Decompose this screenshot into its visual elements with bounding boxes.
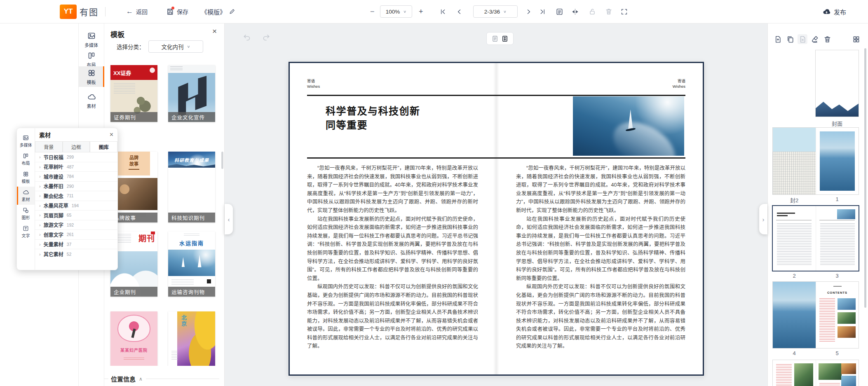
chevron-right-icon: › [39,154,41,159]
template-name-bar: 证券期刊 [110,112,157,122]
asset-category-row[interactable]: ›其它素材52 [35,249,117,259]
page-thumb-4[interactable] [773,282,816,348]
qr-code [206,278,212,284]
position-info-section[interactable]: 位置信息 ∧ [104,366,224,386]
page-thumb-1[interactable] [816,128,859,194]
rail-item-templates[interactable]: 模板 [79,66,104,87]
template-card-shipping-guide[interactable]: 水运指南 运输咨询刊物 [168,232,215,297]
toolbar-divider [105,7,106,16]
trash-page-button[interactable] [822,34,832,44]
asset-category-row[interactable]: ›城市建设784 [35,172,117,182]
collapse-left-panel-handle[interactable]: ‹ [225,204,233,234]
spread-view-button[interactable] [501,35,509,42]
asset-category-row[interactable]: ›水墨怀旧290 [35,182,117,192]
assets-panel-content: 素材 × 背景 边框 图库 ›节日祝福299 ›花草树叶487 ›城市建设784… [35,128,117,270]
page-thumb-7[interactable] [816,360,859,386]
header-rule [307,95,685,96]
category-select[interactable]: 文化内刊∨ [148,40,203,53]
canvas-area[interactable]: 寄语 Wishes 寄语 Wishes 科学普及与科技创新 同等重要 “忽如一夜… [225,23,767,386]
template-name-bar: 企业文化宣传 [168,112,215,122]
delete-page-button[interactable] [798,34,807,44]
collapse-right-panel-handle[interactable]: › [759,204,767,234]
next-page-button[interactable] [525,0,532,23]
redo-button[interactable] [262,33,271,42]
page-thumb-3[interactable] [816,206,859,271]
save-button[interactable]: 保存 [166,0,188,23]
rail-item-shapes[interactable]: 图形 [17,205,35,223]
asset-category-row[interactable]: ›创意文字261 [35,230,117,240]
clear-page-button[interactable] [810,34,820,44]
rail-item-text[interactable]: 文字 [17,223,35,241]
template-card-corporate-culture[interactable]: 企业文化宣传 [168,65,215,122]
asset-category-row[interactable]: ›水墨风花草194 [35,201,117,211]
single-page-view-button[interactable] [491,35,499,42]
tab-border[interactable]: 边框 [63,141,90,152]
divider [146,379,219,379]
asset-category-row[interactable]: ›花草树叶487 [35,162,117,172]
sailboat-photo[interactable] [573,96,684,156]
close-icon[interactable]: × [212,27,217,36]
chevron-right-icon: › [39,252,41,257]
zoom-in-button[interactable]: + [419,0,423,23]
zoom-level-select[interactable]: 100%∨ [380,5,412,18]
ornate-medallion [118,316,150,341]
page-thumb-spread-2-3-selected[interactable] [773,206,859,271]
tab-gallery[interactable]: 图库 [90,141,117,152]
prev-page-button[interactable] [456,0,463,23]
edit-pencil-icon[interactable] [229,8,235,15]
page-thumb-2[interactable] [773,206,816,271]
asset-category-row[interactable]: ›聚会纪念711 [35,191,117,201]
zoom-out-button[interactable]: − [370,0,375,23]
page-header-left[interactable]: 寄语 Wishes [307,78,320,89]
template-card-science-journal[interactable]: 科研教育与成果 HIGHLIGHT 科技知识期刊 [168,152,215,222]
template-panel: 模板 × 选择分类： 文化内刊∨ XX证券 证券期刊 企业文化宣传 品牌 故事 [104,23,225,386]
asset-category-row[interactable]: ›页眉页脚65 [35,211,117,220]
document-title[interactable]: 《模版》 [201,0,235,23]
back-button[interactable]: ← 返回 [126,0,148,23]
grid-view-button[interactable] [851,34,861,44]
duplicate-page-button[interactable] [785,34,795,44]
first-page-button[interactable] [439,0,446,23]
lock-button[interactable] [589,0,596,23]
page-thumb-spread-partial[interactable] [773,360,859,386]
thumb-label-row: 23 [773,273,859,279]
app-logo[interactable]: YT 有图 [60,0,99,23]
page-thumb-5[interactable]: CONTENTS [816,282,859,348]
page-fold [493,63,499,374]
delete-button[interactable] [605,0,612,23]
mirror-flip-button[interactable] [571,0,579,23]
pages-scrollbar[interactable] [864,48,866,308]
close-icon[interactable]: × [110,131,113,138]
rail-item-assets[interactable]: 素材 [79,90,104,112]
panel-scrollbar[interactable] [221,152,223,169]
rail-item-assets[interactable]: 素材 [17,187,35,205]
page-settings-button[interactable] [556,0,563,23]
sail-shape [197,255,202,267]
article-title[interactable]: 科学普及与科技创新 同等重要 [326,104,420,132]
publish-button[interactable]: 发布 [822,0,846,23]
asset-category-row[interactable]: ›节日祝福299 [35,152,117,162]
asset-category-row[interactable]: ›旅游文字192 [35,220,117,230]
page-thumb-f2[interactable] [773,128,816,194]
page-indicator-select[interactable]: 2-3/36∨ [473,5,518,18]
asset-category-row[interactable]: ›矢量素材37 [35,240,117,250]
body-text-left-page[interactable]: “忽如一夜春风来，千树万树梨花开”，建国70年来，特别是改革开放以来，随着我国经… [307,164,478,351]
rail-item-templates[interactable]: 模板 [17,168,35,187]
last-page-button[interactable] [539,0,546,23]
undo-button[interactable] [242,33,251,42]
fullscreen-button[interactable] [621,0,628,23]
template-card-securities[interactable]: XX证券 证券期刊 [110,65,157,122]
magazine-spread[interactable]: 寄语 Wishes 寄语 Wishes 科学普及与科技创新 同等重要 “忽如一夜… [289,62,704,376]
chevron-right-icon: › [39,203,41,208]
add-page-button[interactable] [773,34,783,44]
page-thumb-6[interactable] [773,360,816,386]
tab-background[interactable]: 背景 [35,141,63,152]
rail-item-multimedia[interactable]: 多媒体 [79,29,104,51]
page-thumb-spread-f2-1[interactable] [773,128,859,194]
page-header-right[interactable]: 寄语 Wishes [673,78,685,89]
rail-item-layout[interactable]: 布局 [17,150,35,168]
page-thumb-spread-4-5[interactable]: CONTENTS [773,282,859,348]
page-thumb-cover[interactable]: 科研教育与成果 HIGHLIGHT [816,50,859,117]
body-text-right-page[interactable]: “忽如一夜春风来，千树万树梨花开”，建国70年来，特别是改革开放以来，随着我国经… [516,164,685,351]
rail-item-multimedia[interactable]: 多媒体 [17,132,35,150]
